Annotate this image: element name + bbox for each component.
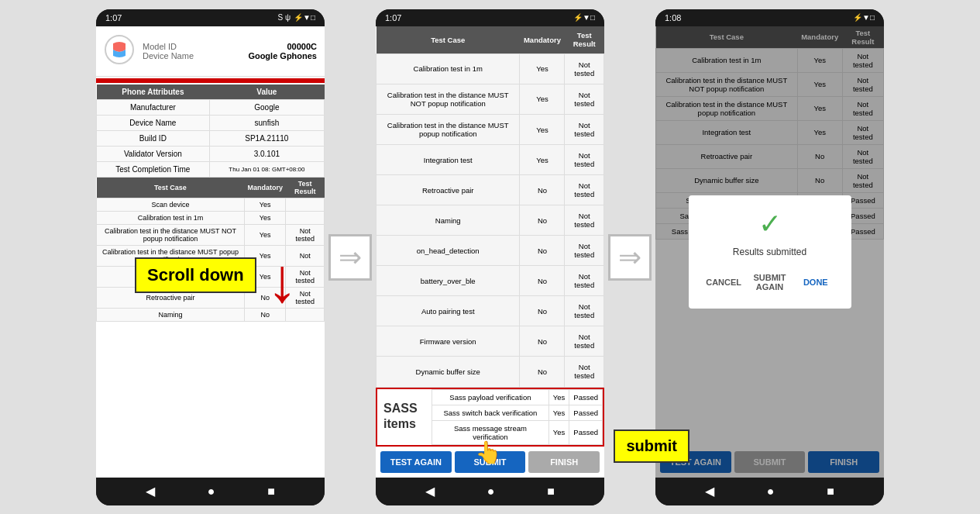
scroll-down-annotation: Scroll down [135,257,256,293]
p3-nav-back-icon[interactable]: ◀ [705,484,714,498]
phone2-status-bar: 1:07 ⚡▼□ [376,9,604,26]
finish-button[interactable]: FINISH [528,451,600,473]
p2-col-result: Test Result [565,26,604,54]
phone1-status-bar: 1:07 S ψ ⚡▼□ [96,9,325,26]
red-divider [96,78,325,83]
phone1-status-right: ⚡▼□ [294,13,315,22]
submit-annotation: submit [614,429,689,463]
phone3: 1:08 ⚡▼□ Test Case Mandatory Test Result [655,9,884,505]
test-col-result: Test Result [286,178,325,198]
dialog-submit-again-button[interactable]: SUBMIT AGAIN [747,268,793,296]
phone2: 1:07 ⚡▼□ Test Case Mandatory Test Result [376,9,604,505]
arrow1-container: ⇒ [325,234,376,281]
phone2-status-right: ⚡▼□ [573,13,595,22]
test-row-cal-mustnot: Calibration test in the distance MUST NO… [97,224,325,245]
phone3-status-icons: ⚡▼□ [853,13,875,22]
phone1-status-left: S ψ [277,13,291,22]
phone3-status-bar: 1:08 ⚡▼□ [655,9,884,26]
p2-col-case: Test Case [377,26,520,54]
test-again-button[interactable]: TEST AGAIN [380,451,452,473]
device-name-value: Google Gphones [248,51,317,60]
phone2-status-icons: ⚡▼□ [573,13,595,22]
p2-nav-back-icon[interactable]: ◀ [425,484,435,498]
dialog-title: Results submitted [701,247,839,257]
results-dialog: ✓ Results submitted CANCEL SUBMIT AGAIN … [689,195,851,309]
sass-row-message: Sass message stream verification Yes Pas… [432,420,603,444]
p2-row-firmware: Firmware version No Not tested [377,326,604,357]
arrow2-container: ⇒ [604,234,655,281]
sass-table: Sass payload verification Yes Passed Sas… [432,389,603,445]
phone1-time: 1:07 [105,13,122,22]
p2-nav-home-icon[interactable]: ● [487,485,495,498]
phone2-time: 1:07 [385,13,401,22]
model-id-value: 00000C [287,42,317,51]
p2-row-battery: battery_over_ble No Not tested [377,266,604,296]
dialog-buttons: CANCEL SUBMIT AGAIN DONE [701,268,839,296]
phone3-status-right: ⚡▼□ [853,13,875,22]
phone2-screen: Test Case Mandatory Test Result Calibrat… [376,26,604,478]
nav-home-icon[interactable]: ● [208,485,215,498]
nav-back-icon[interactable]: ◀ [146,484,155,498]
p2-row-naming: Naming No Not tested [377,205,604,236]
attr-table: Phone Attributes Value Manufacturer Goog… [96,85,325,178]
attr-row-time: Test Completion Time Thu Jan 01 08: GMT+… [97,161,325,177]
sass-row-switchback: Sass switch back verification Yes Passed [432,405,603,420]
dialog-cancel-button[interactable]: CANCEL [701,268,747,296]
phone3-screen: Test Case Mandatory Test Result Calibrat… [655,26,884,478]
model-id-label: Model ID [143,42,177,51]
sass-section: SASSitems Sass payload verification Yes … [376,388,604,447]
dialog-done-button[interactable]: DONE [793,268,838,296]
attr-row-manufacturer: Manufacturer Google [97,99,325,115]
attr-col2: Value [209,85,324,100]
arrow1-icon: ⇒ [328,234,372,281]
phone1-section: 1:07 S ψ ⚡▼□ [96,9,325,505]
p2-row-cal-must: Calibration test in the distance MUST po… [377,114,604,144]
device-name-label: Device Name [143,51,194,60]
phone2-section: 1:07 ⚡▼□ Test Case Mandatory Test Result [376,9,604,505]
attr-row-build-id: Build ID SP1A.21110 [97,130,325,146]
device-info: Model ID 00000C Device Name Google Gphon… [143,42,317,60]
p3-nav-recents-icon[interactable]: ■ [827,485,834,498]
p2-row-onhead: on_head_detection No Not tested [377,236,604,266]
phone1-nav-bar: ◀ ● ■ [96,478,325,505]
p2-row-integration: Integration test Yes Not tested [377,145,604,175]
dialog-overlay: ✓ Results submitted CANCEL SUBMIT AGAIN … [655,26,884,478]
test-col-mandatory: Mandatory [244,178,286,198]
test-col-case: Test Case [97,178,245,198]
phone1-status-icons: S ψ ⚡▼□ [277,13,315,22]
hand-cursor-icon: 👆 [475,440,502,465]
phone2-content: Test Case Mandatory Test Result Calibrat… [376,26,604,447]
phone3-nav-bar: ◀ ● ■ [655,478,884,505]
sass-label: SASSitems [383,401,418,433]
check-icon: ✓ [701,208,839,240]
p2-col-mandatory: Mandatory [520,26,565,54]
device-logo [104,34,135,68]
phone3-time: 1:08 [665,13,681,22]
p2-nav-recents-icon[interactable]: ■ [547,485,555,498]
main-layout: 1:07 S ψ ⚡▼□ [0,0,980,514]
p2-row-cal-mustnot: Calibration test in the distance MUST NO… [377,84,604,114]
p2-row-autopairing: Auto pairing test No Not tested [377,296,604,326]
attr-row-validator: Validator Version 3.0.101 [97,146,325,161]
attr-col1: Phone Attributes [97,85,210,100]
phone3-section: 1:08 ⚡▼□ Test Case Mandatory Test Result [655,9,884,505]
red-down-arrow-icon: ↓ [266,250,297,312]
sass-row-payload: Sass payload verification Yes Passed [432,389,603,405]
phone2-main-table: Test Case Mandatory Test Result Calibrat… [376,26,604,388]
device-header: Model ID 00000C Device Name Google Gphon… [96,26,325,77]
test-row-scan: Scan device Yes [97,198,325,211]
p2-row-cal1m: Calibration test in 1m Yes Not tested [377,53,604,84]
phone2-nav-bar: ◀ ● ■ [376,478,604,505]
arrow2-icon: ⇒ [608,234,652,281]
p3-nav-home-icon[interactable]: ● [767,485,775,498]
test-row-cal1m: Calibration test in 1m Yes [97,211,325,224]
nav-recents-icon[interactable]: ■ [267,485,275,498]
p2-row-retroactive: Retroactive pair No Not tested [377,175,604,205]
attr-row-device-name: Device Name sunfish [97,115,325,130]
p2-row-dynbuffer: Dynamic buffer size No Not tested [377,357,604,387]
